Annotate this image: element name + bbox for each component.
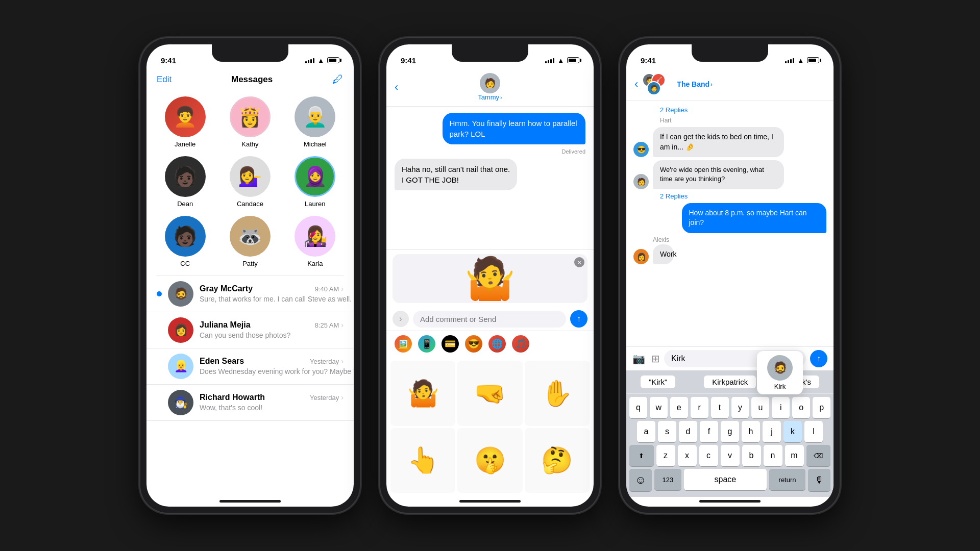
conversation-eden[interactable]: 👱‍♀️ Eden Sears Yesterday › Does Wednesd…: [146, 348, 354, 385]
avatar-item-michael[interactable]: 👨‍🦳 Michael: [287, 96, 344, 148]
contact-avatar-tammy: 🧑: [480, 73, 500, 93]
key-o[interactable]: o: [792, 397, 810, 418]
key-microphone[interactable]: 🎙: [808, 469, 830, 491]
battery-icon-2: [567, 57, 579, 63]
back-button-2[interactable]: ‹: [395, 81, 398, 94]
edit-button[interactable]: Edit: [157, 74, 172, 85]
key-v[interactable]: v: [721, 445, 740, 466]
sticker-grid: 🤷 🤜 ✋ 👆 🤫 🤔: [386, 357, 594, 497]
alexis-avatar: 👩: [633, 249, 649, 264]
sticker-3[interactable]: ✋: [525, 361, 590, 425]
key-return[interactable]: return: [769, 469, 805, 490]
avatar-eden: 👱‍♀️: [168, 354, 193, 379]
key-d[interactable]: d: [679, 421, 697, 442]
key-s[interactable]: s: [658, 421, 676, 442]
group-name-row: The Band ›: [677, 80, 712, 88]
sticker-2[interactable]: 🤜: [457, 361, 522, 425]
avatar-name-cc: CC: [180, 260, 190, 267]
key-l[interactable]: l: [804, 421, 823, 442]
applepay-app-icon[interactable]: 💳: [442, 335, 459, 353]
key-a[interactable]: a: [637, 421, 655, 442]
key-b[interactable]: b: [742, 445, 761, 466]
key-123[interactable]: 123: [654, 469, 681, 490]
key-g[interactable]: g: [721, 421, 739, 442]
key-emoji[interactable]: ☺: [629, 469, 652, 491]
avatar-item-janelle[interactable]: 🧑‍🦱 Janelle: [157, 96, 213, 148]
hashtag-app-icon[interactable]: 🌐: [488, 335, 506, 353]
preview-richard: Wow, that's so cool!: [200, 404, 262, 412]
chat-contact-tammy[interactable]: 🧑 Tammy ›: [478, 73, 502, 101]
key-n[interactable]: n: [764, 445, 782, 466]
memoji-app-icon[interactable]: 😎: [465, 335, 482, 353]
replies-link-1[interactable]: 2 Replies: [660, 106, 826, 114]
sticker-4[interactable]: 👆: [390, 428, 455, 493]
key-k[interactable]: k: [783, 421, 802, 442]
key-q[interactable]: q: [629, 397, 647, 418]
back-button-3[interactable]: ‹: [634, 78, 638, 91]
avatar-item-lauren[interactable]: 🧕 Lauren: [287, 156, 344, 208]
key-t[interactable]: t: [711, 397, 729, 418]
apps-icon[interactable]: ⊞: [651, 353, 660, 365]
name-juliana: Juliana Mejia: [200, 320, 251, 330]
signal-icon-1: [305, 57, 314, 63]
conversation-juliana[interactable]: 👩 Juliana Mejia 8:25 AM › Can you send t…: [146, 312, 354, 348]
status-time-2: 9:41: [401, 56, 416, 65]
chat-header-2: ‹ 🧑 Tammy ›: [386, 69, 594, 107]
camera-icon[interactable]: 📷: [632, 353, 645, 365]
key-u[interactable]: u: [751, 397, 769, 418]
conversation-gray[interactable]: 🧔 Gray McCarty 9:40 AM › Sure, that work…: [146, 276, 354, 312]
name-eden: Eden Sears: [200, 357, 244, 366]
autocomplete-popup[interactable]: 🧔 Kirk: [757, 351, 803, 394]
key-x[interactable]: x: [678, 445, 697, 466]
compose-button[interactable]: 🖊: [332, 73, 344, 86]
sticker-5[interactable]: 🤫: [457, 428, 522, 493]
sticker-1[interactable]: 🤷: [390, 361, 455, 425]
avatar-item-patty[interactable]: 🦝 Patty: [222, 216, 278, 267]
key-h[interactable]: h: [742, 421, 760, 442]
music-app-icon[interactable]: 🎵: [512, 335, 529, 353]
suggestion-kirkpatrick[interactable]: Kirkpatrick: [704, 375, 756, 388]
key-i[interactable]: i: [772, 397, 790, 418]
group-avatars: 🧑 🎸 🧑: [642, 73, 673, 95]
key-space[interactable]: space: [684, 469, 767, 490]
sticker-close-button[interactable]: ✕: [574, 257, 584, 267]
conversation-richard[interactable]: 🧙‍♂️ Richard Howarth Yesterday › Wow, th…: [146, 385, 354, 421]
avatar-item-kathy[interactable]: 👸 Kathy: [222, 96, 278, 148]
bubble-received-1: Haha no, still can't nail that one.I GOT…: [395, 159, 517, 190]
suggestion-kirk-quoted[interactable]: "Kirk": [641, 375, 675, 388]
avatar-name-michael: Michael: [304, 140, 327, 148]
expand-button[interactable]: ›: [393, 311, 409, 327]
key-w[interactable]: w: [650, 397, 668, 418]
key-z[interactable]: z: [656, 445, 675, 466]
key-c[interactable]: c: [699, 445, 718, 466]
sticker-selected-preview: ✕ 🤷: [393, 254, 587, 303]
key-p[interactable]: p: [813, 397, 830, 418]
avatar-item-candace[interactable]: 💁‍♀️ Candace: [222, 156, 278, 208]
key-r[interactable]: r: [691, 397, 708, 418]
photos-app-icon[interactable]: 🖼️: [395, 335, 412, 353]
name-richard: Richard Howarth: [200, 393, 265, 402]
appstore-app-icon[interactable]: 📱: [418, 335, 435, 353]
key-y[interactable]: y: [731, 397, 749, 418]
replies-link-2[interactable]: 2 Replies: [660, 192, 826, 200]
avatar-item-karla[interactable]: 👩‍🎤 Karla: [287, 216, 344, 267]
sticker-6[interactable]: 🤔: [525, 428, 590, 493]
sticker-input-area: ✕ 🤷 › ↑: [386, 249, 594, 331]
key-e[interactable]: e: [670, 397, 688, 418]
group-name[interactable]: The Band ›: [677, 80, 712, 88]
send-button-2[interactable]: ↑: [570, 310, 587, 328]
iphone-1: 9:41 ▲ Edit Messages 🖊: [140, 38, 360, 513]
key-m[interactable]: m: [785, 445, 804, 466]
avatar-name-janelle: Janelle: [175, 140, 195, 148]
key-j[interactable]: j: [763, 421, 781, 442]
comment-input[interactable]: [413, 311, 566, 328]
avatar-item-cc[interactable]: 🧑🏿 CC: [157, 216, 213, 267]
send-button-3[interactable]: ↑: [810, 350, 827, 367]
avatar-item-dean[interactable]: 🧑🏿 Dean: [157, 156, 213, 208]
avatar-grid: 🧑‍🦱 Janelle 👸 Kathy 👨‍🦳 Michael: [146, 92, 354, 276]
key-shift[interactable]: ⬆: [629, 445, 654, 466]
key-f[interactable]: f: [700, 421, 718, 442]
key-row-1: q w e r t y u i o p: [629, 397, 830, 418]
key-backspace[interactable]: ⌫: [806, 445, 831, 466]
anon-message-row: 🧑 We're wide open this evening, what tim…: [633, 160, 826, 189]
